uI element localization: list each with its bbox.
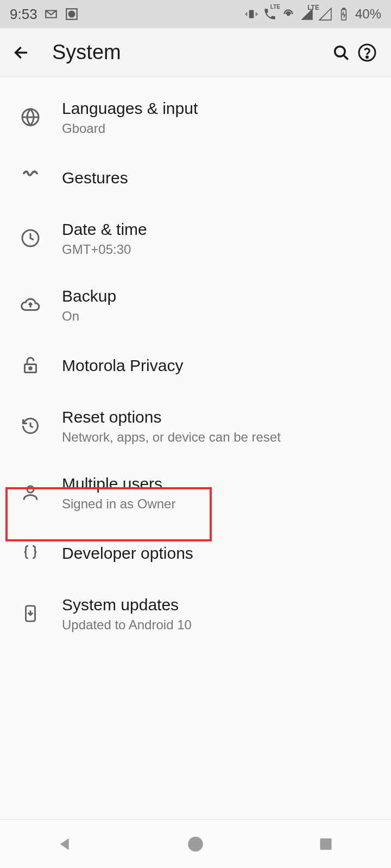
signal-empty-icon [318,7,332,21]
settings-item-privacy[interactable]: Motorola Privacy [0,338,391,392]
svg-point-1 [68,11,74,17]
svg-point-6 [335,46,345,56]
settings-item-title: Languages & input [62,98,198,119]
status-left: 9:53 [10,6,79,23]
clock-icon [13,228,48,248]
settings-item-title: Motorola Privacy [62,355,183,376]
hotspot-icon [281,7,295,21]
status-right: LTE LTE 40% [244,7,381,22]
braces-icon [13,544,48,562]
settings-item-developer[interactable]: Developer options [0,526,391,580]
settings-item-subtitle: Gboard [62,121,198,136]
call-lte-icon: LTE [263,7,277,21]
svg-point-8 [367,56,368,58]
system-update-icon [13,604,48,623]
settings-item-gestures[interactable]: Gestures [0,150,391,205]
app-icon [65,7,79,21]
nav-home-button[interactable] [179,828,212,860]
back-button[interactable] [11,42,33,63]
settings-item-title: Multiple users [62,473,175,494]
settings-item-subtitle: Updated to Android 10 [62,617,192,633]
settings-item-updates[interactable]: System updates Updated to Android 10 [0,580,391,647]
gesture-icon [13,168,48,187]
svg-rect-2 [249,10,254,18]
settings-item-users[interactable]: Multiple users Signed in as Owner [0,459,391,526]
battery-charging-icon [337,7,351,21]
settings-item-title: Date & time [62,219,147,240]
settings-item-subtitle: Network, apps, or device can be reset [62,430,281,445]
nav-recent-button[interactable] [310,828,342,860]
call-lte-label: LTE [270,4,280,10]
status-time: 9:53 [10,6,37,23]
settings-item-title: Backup [62,285,116,307]
page-title: System [52,41,328,64]
battery-percent: 40% [355,7,381,22]
cloud-upload-icon [13,295,48,315]
settings-item-title: Reset options [62,406,281,427]
signal-full-icon: LTE [300,7,314,21]
help-button[interactable] [354,40,380,66]
gmail-icon [44,7,58,21]
settings-item-title: Developer options [62,542,193,564]
svg-rect-16 [320,838,332,850]
settings-item-backup[interactable]: Backup On [0,271,391,338]
lock-open-icon [13,355,48,375]
settings-item-subtitle: GMT+05:30 [62,242,147,257]
settings-item-reset[interactable]: Reset options Network, apps, or device c… [0,392,391,459]
settings-list: Languages & input Gboard Gestures Date &… [0,77,391,647]
person-icon [13,483,48,502]
svg-point-15 [188,837,203,852]
app-bar: System [0,28,391,77]
svg-point-12 [29,367,32,370]
settings-item-subtitle: Signed in as Owner [62,496,175,512]
status-bar: 9:53 LTE LTE 40% [0,0,391,28]
vibrate-icon [244,7,258,21]
nav-back-button[interactable] [49,828,81,860]
settings-item-languages[interactable]: Languages & input Gboard [0,84,391,150]
svg-rect-5 [343,8,345,9]
svg-point-3 [287,13,289,15]
globe-icon [13,107,48,127]
signal-lte-label: LTE [307,4,319,11]
settings-item-datetime[interactable]: Date & time GMT+05:30 [0,205,391,271]
settings-item-title: System updates [62,594,192,615]
nav-bar [0,819,391,868]
restore-icon [13,416,48,436]
search-button[interactable] [328,40,354,66]
settings-item-subtitle: On [62,309,116,324]
svg-point-13 [27,486,34,493]
settings-item-title: Gestures [62,167,128,188]
